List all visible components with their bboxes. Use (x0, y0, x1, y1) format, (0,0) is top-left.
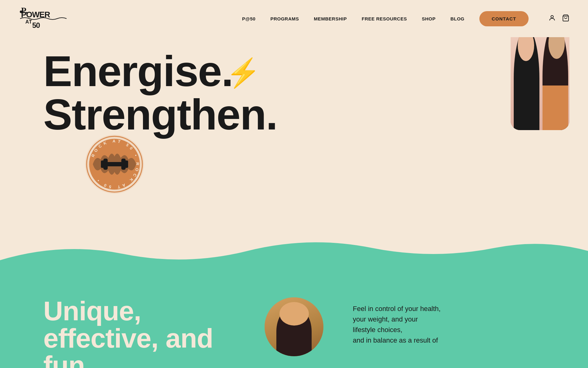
svg-text:AT: AT (25, 19, 32, 24)
nav-link-programs[interactable]: PROGRAMS (270, 16, 299, 21)
main-nav: P@50 PROGRAMS MEMBERSHIP FREE RESOURCES … (242, 11, 569, 26)
bottom-content-row: Unique, effective, and fun workout routi… (43, 297, 545, 368)
badge-circle: ROCK AT 50 • ROCK AT 50 • (84, 133, 145, 195)
hero-text: Energise. ⚡ Strengthen. (0, 50, 588, 136)
hero-headline-1: Energise. (43, 50, 233, 93)
lightning-icon: ⚡ (226, 59, 261, 87)
right-text-block: Feel in control of your health, your wei… (353, 297, 545, 346)
svg-rect-10 (106, 162, 123, 166)
nav-link-shop[interactable]: SHOP (422, 16, 436, 21)
header-icons (548, 14, 569, 23)
account-icon[interactable] (548, 14, 556, 23)
svg-text:P.: P. (21, 6, 28, 15)
hero-headline-2: Strengthen. (43, 90, 277, 139)
nav-link-resources[interactable]: FREE RESOURCES (362, 16, 407, 21)
svg-text:50: 50 (32, 21, 40, 29)
tagline-block: Unique, effective, and fun workout routi… (43, 297, 235, 368)
wave-section: Unique, effective, and fun workout routi… (0, 235, 588, 368)
cart-icon[interactable] (562, 14, 569, 23)
hero-section: Energise. ⚡ Strengthen. ROCK AT 50 • ROC… (0, 37, 588, 223)
contact-button[interactable]: CONTACT (479, 11, 529, 26)
tagline-text: Unique, effective, and fun workout routi… (43, 297, 235, 368)
svg-point-5 (551, 15, 553, 18)
nav-link-blog[interactable]: BLOG (450, 16, 464, 21)
nav-link-membership[interactable]: MEMBERSHIP (314, 16, 347, 21)
right-description: Feel in control of your health, your wei… (353, 304, 470, 346)
logo[interactable]: POWER AT 50 P. (19, 6, 68, 32)
bottom-photo-area (260, 297, 328, 356)
svg-rect-14 (125, 160, 128, 168)
nav-link-p50[interactable]: P@50 (242, 16, 255, 21)
svg-rect-13 (101, 160, 104, 168)
site-header: POWER AT 50 P. P@50 PROGRAMS MEMBERSHIP … (0, 0, 588, 37)
teal-content: Unique, effective, and fun workout routi… (0, 273, 588, 368)
svg-rect-12 (121, 159, 126, 170)
svg-rect-11 (103, 159, 108, 170)
